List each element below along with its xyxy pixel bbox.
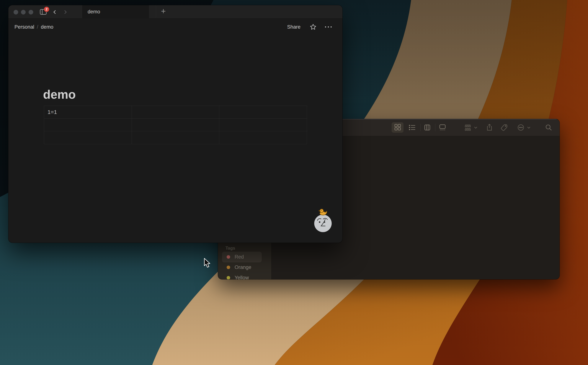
back-icon[interactable] [52, 9, 57, 15]
duck-doodle-avatar[interactable] [314, 206, 332, 233]
close-button[interactable] [14, 10, 18, 14]
notion-tab-bar: 2 demo + [8, 5, 342, 18]
zoom-button[interactable] [29, 10, 33, 14]
list-view-button[interactable] [408, 123, 416, 132]
more-actions-button[interactable] [517, 123, 525, 132]
share-icon [485, 123, 493, 132]
sidebar-item-tag-orange[interactable]: Orange [218, 262, 271, 273]
more-actions-chevron-icon[interactable] [526, 125, 534, 133]
grid-view-icon [393, 123, 402, 132]
table-cell[interactable] [44, 119, 132, 131]
share-button[interactable]: Share [287, 24, 300, 30]
share-button[interactable] [485, 123, 493, 132]
column-view-button[interactable] [423, 123, 431, 132]
notion-window: 2 demo + Personal / demo Share demo [8, 5, 342, 243]
search-button[interactable] [545, 123, 553, 132]
tab-demo[interactable]: demo [82, 5, 149, 18]
table-cell[interactable] [44, 131, 132, 144]
orange-tag-dot [227, 266, 230, 269]
grid-view-button[interactable] [392, 122, 404, 133]
tags-section-label: Tags [225, 246, 235, 251]
tag-label: Orange [235, 265, 251, 270]
group-by-chevron-icon[interactable] [473, 125, 481, 133]
yellow-tag-dot [227, 276, 230, 280]
tag-label: Yellow [235, 275, 249, 280]
tags-button[interactable] [500, 123, 508, 132]
tag-icon [500, 123, 508, 132]
group-by-button[interactable] [464, 123, 472, 132]
notification-badge: 2 [44, 7, 49, 12]
page-title[interactable]: demo [43, 87, 76, 101]
more-options-icon[interactable] [325, 26, 332, 28]
rubber-duck-icon [319, 209, 327, 215]
forward-icon[interactable] [63, 9, 68, 15]
group-by-icon [464, 123, 472, 132]
ellipsis-circle-icon [517, 123, 525, 132]
table-cell[interactable] [219, 106, 307, 119]
tag-label: Red [235, 254, 244, 260]
table-cell[interactable] [219, 119, 307, 131]
sidebar-item-tag-red[interactable]: Red [218, 252, 271, 262]
breadcrumb-current[interactable]: demo [41, 24, 54, 30]
breadcrumb-separator: / [37, 24, 38, 30]
new-tab-button[interactable]: + [156, 5, 171, 18]
gallery-view-icon [438, 123, 446, 132]
desktop: Tags Red Orange Yellow 2 [0, 0, 588, 365]
favorite-star-icon[interactable] [310, 24, 317, 30]
column-view-icon [423, 123, 431, 132]
mouse-cursor [204, 258, 212, 269]
toolbar-separator [420, 124, 421, 131]
table-cell[interactable] [132, 131, 219, 144]
breadcrumb-root[interactable]: Personal [14, 24, 34, 30]
search-icon [545, 123, 553, 132]
page-table: 1=1 [44, 105, 307, 144]
table-cell[interactable] [219, 131, 307, 144]
gallery-view-button[interactable] [438, 123, 446, 132]
red-tag-dot [227, 255, 230, 259]
minimize-button[interactable] [21, 10, 26, 14]
table-cell[interactable] [132, 119, 219, 131]
sidebar-item-tag-yellow[interactable]: Yellow [218, 273, 271, 279]
table-cell[interactable]: 1=1 [44, 106, 132, 119]
table-cell[interactable] [132, 106, 219, 119]
notion-header: Personal / demo Share [8, 18, 342, 36]
toolbar-separator [435, 124, 435, 131]
list-view-icon [408, 123, 416, 132]
